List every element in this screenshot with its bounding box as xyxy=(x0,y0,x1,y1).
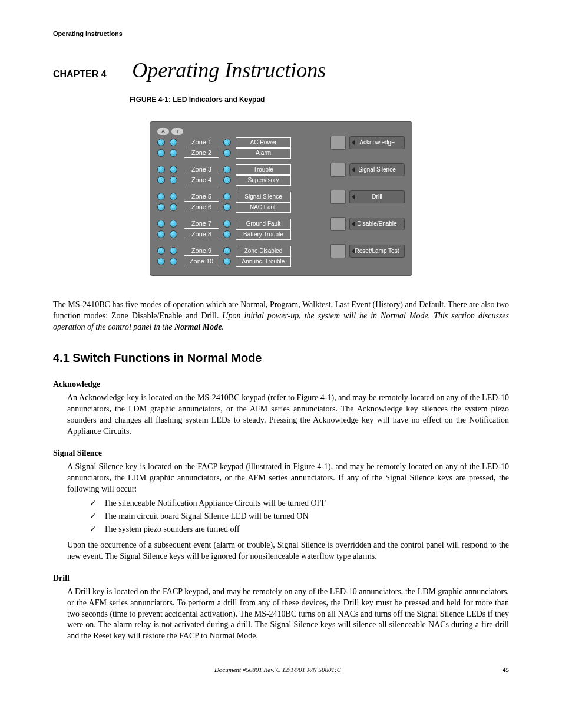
led-icon xyxy=(170,139,177,146)
signal-silence-p1: A Signal Silence key is located on the F… xyxy=(67,462,509,493)
drill-paragraph: A Drill key is located on the FACP keypa… xyxy=(67,587,509,642)
figure-label: FIGURE 4-1: xyxy=(130,95,171,104)
zone-label: Zone 5 xyxy=(184,192,219,202)
led-icon xyxy=(223,176,231,184)
intro-paragraph: The MS-2410BC has five modes of operatio… xyxy=(53,299,509,333)
led-keypad-panel: A T Zone 1 AC Power Acknowledge Zone 2 A… xyxy=(150,121,412,276)
led-icon xyxy=(157,149,165,157)
page-footer: Document #50801 Rev. C 12/14/01 P/N 5080… xyxy=(53,666,509,674)
chapter-label: CHAPTER 4 xyxy=(53,69,107,79)
signal-silence-p2b: The Signal Silence keys will be ignored … xyxy=(105,552,377,561)
keypad-button-drill[interactable]: Drill xyxy=(349,190,405,203)
func-heading-drill: Drill xyxy=(53,573,509,584)
func-heading-acknowledge: Acknowledge xyxy=(53,379,509,390)
led-icon xyxy=(223,139,231,146)
led-icon xyxy=(157,203,165,211)
status-box: NAC Fault xyxy=(236,202,291,213)
status-box: Supervisory xyxy=(236,175,291,186)
led-icon xyxy=(223,258,231,265)
signal-silence-block: A Signal Silence key is located on the F… xyxy=(67,462,509,562)
header-chip-a: A xyxy=(157,128,169,135)
status-box: Ground Fault xyxy=(236,219,291,229)
status-box: Trouble xyxy=(236,164,291,175)
led-icon xyxy=(170,247,177,255)
header-chip-t: T xyxy=(171,128,183,135)
acknowledge-paragraph: An Acknowledge key is located on the MS-… xyxy=(67,393,509,437)
led-icon xyxy=(223,193,231,200)
led-icon xyxy=(157,230,165,238)
panel-rows: Zone 1 AC Power Acknowledge Zone 2 Alarm… xyxy=(157,137,405,267)
figure-title: LED Indicators and Keypad xyxy=(173,95,265,104)
list-item: The silenceable Notification Appliance C… xyxy=(90,498,509,509)
zone-label: Zone 3 xyxy=(184,165,219,174)
running-header: Operating Instructions xyxy=(53,29,509,38)
led-icon xyxy=(157,166,165,173)
led-icon xyxy=(170,220,177,228)
signal-silence-list: The silenceable Notification Appliance C… xyxy=(90,498,509,535)
led-icon xyxy=(157,220,165,228)
led-icon xyxy=(170,258,177,265)
zone-label: Zone 2 xyxy=(184,149,219,158)
footer-page-number: 45 xyxy=(503,666,509,674)
keypad-button-disable-enable[interactable]: Disable/Enable xyxy=(349,218,405,230)
led-icon xyxy=(223,166,231,173)
status-box: Battery Trouble xyxy=(236,229,291,240)
figure-caption: FIGURE 4-1: LED Indicators and Keypad xyxy=(130,95,509,104)
led-icon xyxy=(157,247,165,255)
led-icon xyxy=(157,139,165,146)
led-icon xyxy=(157,193,165,200)
status-box: AC Power xyxy=(236,137,291,148)
zone-label: Zone 7 xyxy=(184,219,219,229)
status-box: Signal Silence xyxy=(236,192,291,202)
zone-label: Zone 1 xyxy=(184,138,219,147)
led-icon xyxy=(170,193,177,200)
keypad-button-small[interactable] xyxy=(330,136,346,150)
led-icon xyxy=(170,176,177,184)
list-item: The main circuit board Signal Silence LE… xyxy=(90,511,509,522)
list-item: The system piezo sounders are turned off xyxy=(90,524,509,535)
led-icon xyxy=(157,258,165,265)
keypad-button-small[interactable] xyxy=(330,163,346,177)
led-icon xyxy=(170,230,177,238)
at-header: A T xyxy=(157,128,405,135)
panel-row: Zone 7 Ground Fault Disable/Enable xyxy=(157,219,405,229)
keypad-button-small[interactable] xyxy=(330,217,346,231)
keypad-button-acknowledge[interactable]: Acknowledge xyxy=(349,136,405,149)
panel-row: Zone 9 Zone Disabled Reset/Lamp Test xyxy=(157,246,405,256)
zone-label: Zone 9 xyxy=(184,246,219,256)
keypad-button-small[interactable] xyxy=(330,190,346,204)
panel-row: Zone 3 Trouble Signal Silence xyxy=(157,164,405,175)
intro-italic-end: . xyxy=(222,322,224,331)
status-box: Alarm xyxy=(236,148,291,159)
status-box: Zone Disabled xyxy=(236,246,291,256)
zone-label: Zone 10 xyxy=(184,257,219,266)
panel-row: Zone 5 Signal Silence Drill xyxy=(157,192,405,202)
led-icon xyxy=(223,247,231,255)
led-icon xyxy=(170,203,177,211)
led-icon xyxy=(223,220,231,228)
chapter-title: Operating Instructions xyxy=(132,58,326,82)
zone-label: Zone 6 xyxy=(184,203,219,212)
zone-label: Zone 4 xyxy=(184,176,219,185)
led-icon xyxy=(157,176,165,184)
led-icon xyxy=(223,230,231,238)
led-icon xyxy=(223,149,231,157)
keypad-button-signal-silence[interactable]: Signal Silence xyxy=(349,163,405,176)
led-icon xyxy=(170,166,177,173)
chapter-heading: CHAPTER 4 Operating Instructions xyxy=(53,56,509,85)
status-box: Annunc. Trouble xyxy=(236,256,291,267)
keypad-button-reset-lamp-test[interactable]: Reset/Lamp Test xyxy=(349,245,405,258)
drill-not: not xyxy=(161,620,172,629)
panel-row: Zone 1 AC Power Acknowledge xyxy=(157,137,405,148)
zone-label: Zone 8 xyxy=(184,230,219,239)
led-icon xyxy=(170,149,177,157)
section-heading-41: 4.1 Switch Functions in Normal Mode xyxy=(53,350,509,366)
led-icon xyxy=(223,203,231,211)
keypad-button-small[interactable] xyxy=(330,244,346,258)
footer-doc-info: Document #50801 Rev. C 12/14/01 P/N 5080… xyxy=(214,666,341,674)
intro-bold-italic: Normal Mode xyxy=(174,322,222,331)
func-heading-signal-silence: Signal Silence xyxy=(53,448,509,459)
